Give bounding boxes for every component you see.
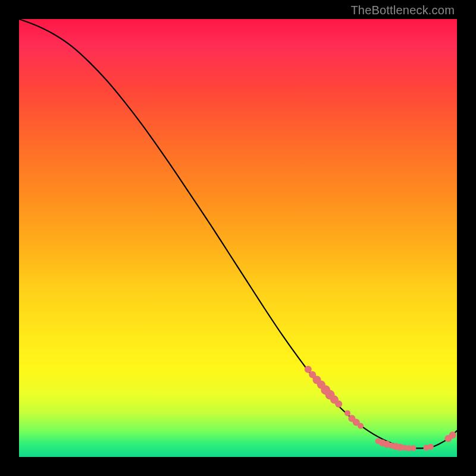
highlight-dot <box>410 445 416 451</box>
highlight-dot <box>335 400 342 408</box>
highlight-dot <box>358 423 364 429</box>
watermark-label: TheBottleneck.com <box>350 4 455 17</box>
highlight-dot <box>428 444 434 450</box>
bottleneck-curve <box>19 19 457 448</box>
chart-overlay <box>19 19 457 457</box>
highlight-dot <box>449 431 456 439</box>
highlight-dot <box>345 410 350 416</box>
chart-stage: TheBottleneck.com <box>0 0 476 476</box>
